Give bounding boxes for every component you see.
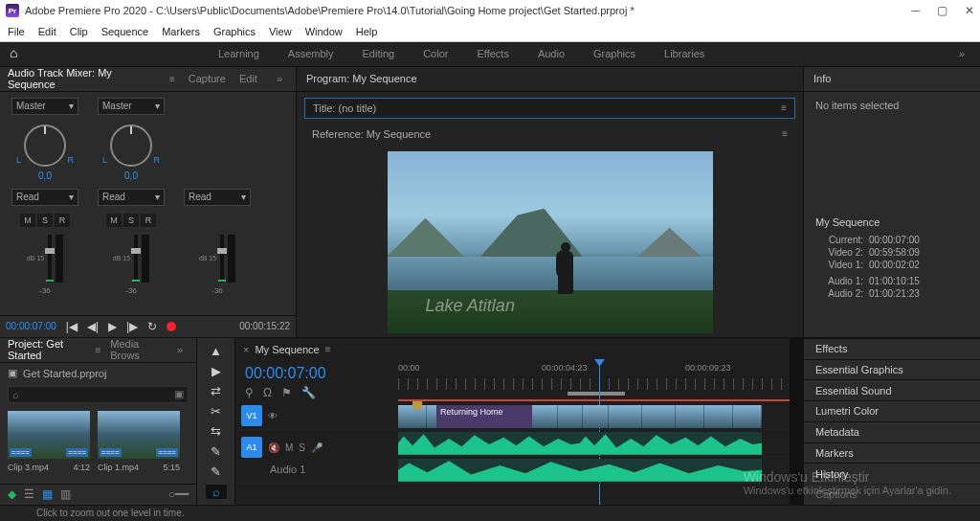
workspace-libraries[interactable]: Libraries: [664, 48, 704, 59]
go-to-in-icon[interactable]: |◀: [66, 320, 78, 333]
pan-knob[interactable]: LR: [110, 125, 152, 167]
audio-track-lane[interactable]: [398, 457, 790, 484]
panel-menu-icon[interactable]: ≡: [782, 128, 788, 139]
home-icon[interactable]: ⌂: [10, 45, 27, 62]
bin-icon[interactable]: ▣: [8, 367, 17, 379]
snap-icon[interactable]: ⚲: [245, 386, 254, 399]
clip-item[interactable]: ======== Clip 1.mp45:15: [98, 411, 180, 478]
tab-info[interactable]: Info: [804, 67, 980, 92]
automation-select[interactable]: Read▾: [184, 189, 251, 206]
step-back-icon[interactable]: ◀|: [87, 320, 99, 333]
pen-tool-icon[interactable]: ✎: [206, 444, 227, 459]
track-header-v1[interactable]: V1 👁: [235, 403, 398, 430]
tab-project[interactable]: Project: Get Started: [8, 338, 85, 361]
panel-menu-icon[interactable]: ≡: [781, 102, 787, 113]
solo-button[interactable]: S: [123, 214, 139, 227]
mixer-timecode-left[interactable]: 00:00:07:00: [6, 321, 56, 331]
menu-file[interactable]: File: [8, 26, 25, 37]
menu-sequence[interactable]: Sequence: [101, 26, 149, 37]
tab-mixer[interactable]: Audio Track Mixer: My Sequence: [8, 67, 156, 90]
tab-essential-graphics[interactable]: Essential Graphics: [804, 359, 980, 380]
marker-icon[interactable]: ⚑: [281, 386, 292, 399]
menu-edit[interactable]: Edit: [38, 26, 56, 37]
menu-clip[interactable]: Clip: [70, 26, 88, 37]
tab-media-browser[interactable]: Media Brows: [110, 338, 162, 361]
video-clip[interactable]: [532, 405, 609, 428]
maximize-icon[interactable]: ▢: [937, 4, 947, 17]
video-clip[interactable]: [676, 405, 762, 428]
mute-button[interactable]: M: [20, 214, 35, 227]
panel-menu-icon[interactable]: ≡: [325, 344, 331, 354]
hand-tool-icon[interactable]: ✎: [206, 464, 227, 479]
tab-edit[interactable]: Edit: [239, 73, 257, 84]
record-icon[interactable]: [167, 322, 176, 331]
tab-essential-sound[interactable]: Essential Sound: [804, 379, 980, 400]
workspace-audio[interactable]: Audio: [538, 48, 565, 59]
tab-lumetri-color[interactable]: Lumetri Color: [804, 400, 980, 421]
step-fwd-icon[interactable]: |▶: [126, 320, 138, 333]
play-icon[interactable]: ▶: [108, 320, 117, 333]
program-preview[interactable]: Lake Atitlan: [388, 151, 713, 333]
video-clip[interactable]: [609, 405, 676, 428]
close-icon[interactable]: ×: [243, 344, 249, 355]
slip-tool-icon[interactable]: ⇆: [206, 424, 227, 439]
timeline-timecode[interactable]: 00:00:07:00: [245, 365, 389, 382]
audio-track-lane[interactable]: [398, 430, 790, 457]
loop-icon[interactable]: ↻: [147, 320, 157, 333]
tab-capture[interactable]: Capture: [189, 73, 226, 84]
video-track-lane[interactable]: Returning Home: [398, 403, 790, 430]
settings-icon[interactable]: 🔧: [301, 386, 316, 399]
mute-button[interactable]: M: [285, 442, 293, 453]
clip-item[interactable]: ======== Clip 3.mp44:12: [8, 411, 90, 478]
solo-button[interactable]: S: [299, 442, 305, 453]
eye-icon[interactable]: 👁: [268, 411, 278, 421]
minimize-icon[interactable]: ─: [911, 4, 920, 17]
output-select[interactable]: Master▾: [11, 98, 78, 115]
workspace-color[interactable]: Color: [423, 48, 448, 59]
menu-help[interactable]: Help: [356, 26, 378, 37]
search-input[interactable]: ⌕▣: [8, 386, 189, 403]
track-select-tool-icon[interactable]: ▶: [206, 364, 227, 378]
automation-select[interactable]: Read▾: [11, 189, 78, 206]
workspace-editing[interactable]: Editing: [363, 48, 395, 59]
zoom-tool-icon[interactable]: ⌕: [206, 485, 227, 499]
panel-menu-icon[interactable]: ≡: [95, 345, 100, 355]
menu-window[interactable]: Window: [305, 26, 343, 37]
menu-graphics[interactable]: Graphics: [213, 26, 256, 37]
record-button[interactable]: R: [55, 214, 70, 227]
project-overflow-icon[interactable]: »: [171, 344, 189, 355]
title-field[interactable]: Title: (no title)≡: [304, 98, 795, 119]
menu-view[interactable]: View: [269, 26, 292, 37]
linked-selection-icon[interactable]: Ω: [263, 386, 272, 399]
razor-tool-icon[interactable]: ✂: [206, 404, 227, 419]
workspace-effects[interactable]: Effects: [477, 48, 508, 59]
workspace-overflow-icon[interactable]: »: [953, 48, 970, 59]
close-icon[interactable]: ✕: [965, 4, 974, 17]
tab-markers[interactable]: Markers: [804, 442, 980, 464]
ripple-edit-tool-icon[interactable]: ⇄: [206, 384, 227, 398]
new-bin-icon[interactable]: ▣: [174, 388, 184, 400]
automation-select[interactable]: Read▾: [98, 189, 165, 206]
mute-icon[interactable]: 🔇: [268, 442, 279, 453]
tab-effects[interactable]: Effects: [804, 338, 980, 359]
freeform-icon[interactable]: ◆: [8, 487, 16, 501]
in-out-range[interactable]: [568, 392, 625, 396]
pan-knob[interactable]: LR: [24, 125, 66, 167]
workspace-graphics[interactable]: Graphics: [593, 48, 635, 59]
workspace-assembly[interactable]: Assembly: [288, 48, 334, 59]
audio-clip[interactable]: [398, 459, 762, 482]
mixer-overflow-icon[interactable]: »: [271, 73, 288, 84]
solo-button[interactable]: S: [37, 214, 53, 227]
workspace-learning[interactable]: Learning: [218, 48, 259, 59]
track-header-a1[interactable]: A1 🔇 M S 🎤 Audio 1: [235, 430, 398, 484]
audio-clip[interactable]: [398, 432, 580, 455]
volume-fader[interactable]: [134, 235, 138, 283]
record-button[interactable]: R: [141, 214, 156, 227]
volume-fader[interactable]: [48, 235, 52, 283]
audio-clip[interactable]: [580, 432, 762, 455]
menu-markers[interactable]: Markers: [162, 26, 200, 37]
mute-button[interactable]: M: [106, 214, 122, 227]
panel-menu-icon[interactable]: ≡: [169, 74, 175, 84]
selection-tool-icon[interactable]: ▲: [206, 344, 227, 358]
title-clip[interactable]: Returning Home: [436, 405, 532, 428]
